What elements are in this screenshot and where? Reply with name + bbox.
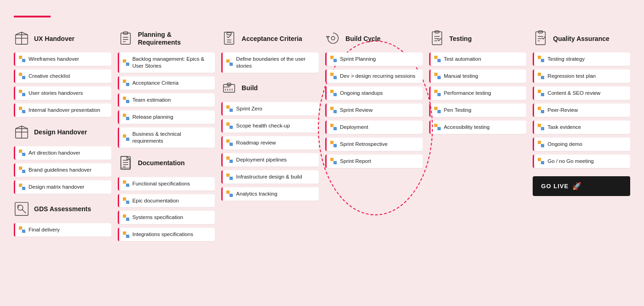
item-label: Acceptance Criteria [132, 80, 178, 87]
svg-marker-106 [327, 36, 329, 38]
qa-section-title: Quality Assurance [553, 35, 609, 43]
list-item: Define boundaries of the user stories [221, 52, 319, 73]
diamond-icon [330, 73, 337, 79]
column-acceptance: Acceptance Criteria Define boundaries of… [221, 27, 319, 201]
svg-rect-78 [227, 33, 231, 35]
list-item: Regression test plan [533, 69, 630, 83]
diamond-icon [19, 56, 25, 62]
item-label: Roadmap review [236, 139, 276, 146]
diamond-icon [538, 73, 544, 79]
go-live-label: GO LIVE [541, 183, 569, 190]
diamond-icon [19, 90, 25, 96]
build-section-icon [221, 80, 238, 97]
item-label: Regression test plan [547, 73, 596, 80]
section-header-build-section: Build [221, 80, 319, 97]
list-item: Wireframes handover [14, 52, 111, 66]
acceptance-section-icon [221, 30, 238, 47]
item-label: Deployment [340, 124, 368, 131]
item-label: Integrations specifications [132, 231, 193, 238]
testing-section-title: Testing [449, 35, 472, 43]
diamond-icon [226, 59, 233, 66]
list-item: Ongoing standups [325, 87, 423, 100]
list-item: Backlog management: Epics & User Stories [118, 52, 215, 73]
diamond-icon [538, 107, 544, 113]
diamond-icon [226, 191, 233, 197]
list-item: Final delivery [14, 223, 111, 237]
diamond-icon [330, 141, 337, 147]
list-item: Sprint Report [325, 155, 423, 168]
diamond-icon [434, 73, 441, 79]
list-item: Testing strategy [533, 52, 630, 66]
list-item: Content & SEO review [533, 87, 630, 100]
diamond-icon [123, 180, 129, 187]
list-item: Design matrix handover [14, 180, 111, 194]
build-section-title: Build [242, 84, 258, 92]
item-label: Go / no Go meeting [547, 158, 593, 165]
testing-section-icon [429, 30, 446, 47]
rocket-icon: 🚀 [572, 182, 582, 191]
list-item: Creative checklist [14, 69, 111, 83]
list-item: Sprint Zero [221, 102, 319, 115]
title-underline [14, 16, 51, 17]
go-live-button[interactable]: GO LIVE🚀 [533, 176, 630, 196]
diamond-icon [538, 56, 544, 62]
section-header-qa-section: Quality Assurance [533, 30, 630, 47]
item-label: Design matrix handover [29, 184, 84, 191]
qa-section-icon [533, 30, 549, 47]
list-item: Ongoing demo [533, 138, 630, 151]
list-item: Scope health check-up [221, 119, 319, 133]
list-item: Deployment pipelines [221, 153, 319, 167]
item-label: User stories handovers [29, 90, 83, 97]
list-item: Sprint Retrospective [325, 138, 423, 151]
item-label: Epic documentation [132, 197, 179, 204]
build-cycle-section-icon [325, 30, 342, 47]
item-label: Ongoing standups [340, 90, 383, 97]
diamond-icon [123, 114, 129, 120]
svg-rect-38 [121, 33, 130, 45]
list-item: Roadmap review [221, 136, 319, 150]
diamond-icon [434, 90, 441, 96]
column-build-cycle: Build Cycle Sprint Planning Dev > design… [325, 27, 423, 168]
diamond-icon [19, 167, 25, 173]
svg-rect-75 [224, 32, 234, 44]
planning-section-icon [118, 30, 134, 47]
list-item: Brand guidelines handover [14, 163, 111, 177]
list-item: Art direction handover [14, 146, 111, 160]
item-label: Functional specifications [132, 180, 190, 187]
diamond-icon [19, 184, 25, 190]
list-item: Task evidence [533, 121, 630, 134]
item-label: Internal handover presentation [29, 107, 100, 114]
diamond-icon [123, 197, 129, 204]
item-label: Release planning [132, 114, 173, 121]
list-item: Business & technical requirements [118, 127, 215, 148]
list-item: Analytics tracking [221, 187, 319, 201]
diamond-icon [226, 173, 233, 180]
diamond-icon [330, 107, 337, 113]
item-label: Art direction handover [29, 150, 80, 156]
list-item: Pen Testing [429, 104, 527, 117]
diamond-icon [19, 73, 25, 79]
item-label: Dev > design recurring sessions [340, 73, 415, 80]
section-header-build-cycle-section: Build Cycle [325, 30, 423, 47]
item-label: Test automation [444, 56, 481, 63]
section-header-documentation-section: Documentation [118, 155, 215, 172]
diamond-icon [330, 56, 337, 62]
diamond-icon [19, 150, 25, 156]
section-header-testing-section: Testing [429, 30, 527, 47]
item-label: Brand guidelines handover [29, 167, 92, 173]
diamond-icon [123, 134, 129, 141]
item-label: Manual testing [444, 73, 478, 80]
column-testing: Testing Test automation Manual testing P… [429, 27, 527, 134]
diamond-icon [123, 231, 129, 238]
list-item: Accessibility testing [429, 121, 527, 134]
diamond-icon [226, 139, 233, 146]
diamond-icon [434, 107, 441, 113]
diamond-icon [538, 141, 544, 147]
list-item: Deployment [325, 121, 423, 134]
item-label: Define boundaries of the user stories [236, 56, 315, 69]
item-label: Team estimation [132, 97, 171, 104]
svg-point-107 [331, 36, 335, 40]
list-item: Systems specification [118, 211, 215, 224]
list-item: Test automation [429, 52, 527, 66]
item-label: Analytics tracking [236, 191, 277, 197]
